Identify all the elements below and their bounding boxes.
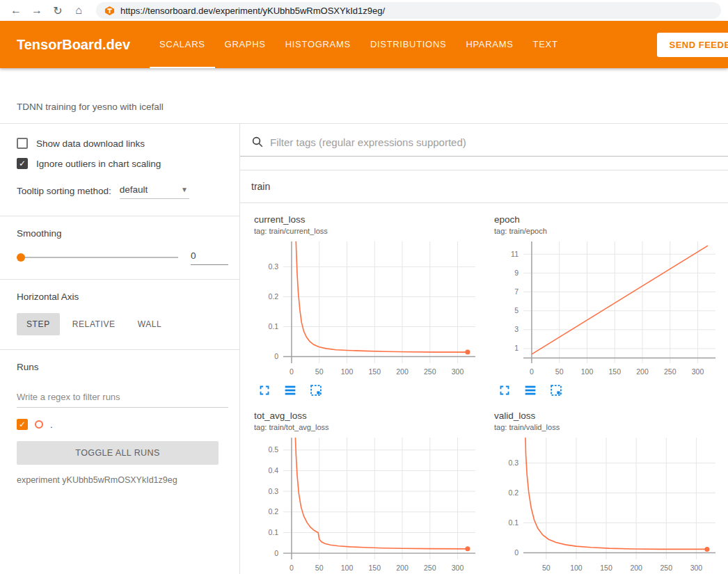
run-row[interactable]: ✓ . <box>17 419 228 430</box>
svg-text:300: 300 <box>690 564 703 572</box>
tab-scalars[interactable]: SCALARS <box>150 21 215 68</box>
show-download-links-row[interactable]: Show data download links <box>17 138 228 149</box>
svg-text:250: 250 <box>424 367 436 376</box>
axis-wall-button[interactable]: WALL <box>128 313 172 335</box>
svg-text:250: 250 <box>660 564 673 572</box>
tab-hparams[interactable]: HPARAMS <box>456 21 523 68</box>
tooltip-sorting-label: Tooltip sorting method: <box>17 186 111 196</box>
svg-text:250: 250 <box>664 367 676 376</box>
tab-distributions[interactable]: DISTRIBUTIONS <box>361 21 457 68</box>
chevron-down-icon: ▼ <box>181 186 188 193</box>
browser-toolbar: ← → ↻ ⌂ https://tensorboard.dev/experime… <box>0 0 728 21</box>
forward-icon[interactable]: → <box>28 1 46 19</box>
reload-icon[interactable]: ↻ <box>49 1 67 19</box>
tab-graphs[interactable]: GRAPHS <box>215 21 276 68</box>
svg-text:150: 150 <box>608 367 621 376</box>
toggle-all-runs-button[interactable]: TOGGLE ALL RUNS <box>17 441 219 465</box>
chart-card-epoch: epoch tag: train/epoch 13579110501001502… <box>489 214 728 406</box>
svg-text:0.3: 0.3 <box>268 262 278 271</box>
svg-text:0.2: 0.2 <box>268 507 278 516</box>
data-table-icon[interactable] <box>283 383 298 398</box>
charts-grid: current_loss tag: train/current_loss 00.… <box>240 203 728 574</box>
tab-histograms[interactable]: HISTOGRAMS <box>276 21 361 68</box>
smoothing-slider[interactable] <box>17 257 178 258</box>
chart-card-tot-avg-loss: tot_avg_loss tag: train/tot_avg_loss 00.… <box>248 410 489 574</box>
svg-text:0.5: 0.5 <box>268 445 278 454</box>
epoch-chart[interactable]: 1357911050100150200250300 <box>489 238 720 381</box>
chart-card-valid-loss: valid_loss tag: train/valid_loss 00.10.2… <box>489 410 728 574</box>
chart-title: epoch <box>489 214 728 225</box>
chart-title: tot_avg_loss <box>248 410 489 421</box>
tooltip-sorting-value: default <box>120 184 148 195</box>
ignore-outliers-checkbox[interactable]: ✓ <box>17 158 28 169</box>
data-table-icon[interactable] <box>523 383 538 398</box>
site-favicon <box>104 6 115 16</box>
fit-domain-icon[interactable] <box>308 383 324 398</box>
filter-tags-input[interactable] <box>270 136 717 148</box>
svg-text:0.3: 0.3 <box>268 487 278 495</box>
svg-text:7: 7 <box>514 287 519 296</box>
smoothing-label: Smoothing <box>17 228 228 239</box>
svg-text:0.2: 0.2 <box>508 488 519 497</box>
svg-text:200: 200 <box>636 367 649 376</box>
svg-text:200: 200 <box>396 564 409 572</box>
svg-text:100: 100 <box>341 564 354 572</box>
fullscreen-icon[interactable] <box>257 383 272 398</box>
svg-text:5: 5 <box>514 306 519 314</box>
svg-text:150: 150 <box>368 367 381 376</box>
experiment-id-note: experiment yKUbhb5wRmOSXYkId1z9eg <box>17 475 228 485</box>
run-checkbox[interactable]: ✓ <box>17 419 28 430</box>
run-color-swatch <box>35 420 43 429</box>
experiment-title: TDNN training for yesno with icefall <box>0 68 728 124</box>
svg-text:300: 300 <box>692 367 704 376</box>
show-download-links-checkbox[interactable] <box>17 138 28 149</box>
svg-text:100: 100 <box>570 564 583 572</box>
svg-text:0: 0 <box>290 564 294 572</box>
chart-tag: tag: train/epoch <box>489 227 728 235</box>
svg-text:150: 150 <box>600 564 612 572</box>
fullscreen-icon[interactable] <box>497 383 512 398</box>
chart-tag: tag: train/valid_loss <box>489 423 728 431</box>
svg-text:200: 200 <box>630 564 642 572</box>
nav-tabs: SCALARS GRAPHS HISTOGRAMS DISTRIBUTIONS … <box>150 21 568 68</box>
runs-filter-input[interactable] <box>17 386 228 408</box>
svg-text:50: 50 <box>555 367 564 376</box>
ignore-outliers-row[interactable]: ✓ Ignore outliers in chart scaling <box>17 158 228 169</box>
smoothing-value-field[interactable]: 0 <box>191 250 228 265</box>
ignore-outliers-label: Ignore outliers in chart scaling <box>36 159 161 169</box>
valid-loss-chart[interactable]: 00.10.20.350100150200250300 <box>489 434 720 574</box>
tooltip-sorting-dropdown[interactable]: default ▼ <box>120 183 189 199</box>
run-name: . <box>50 420 53 430</box>
scalars-main-panel: train current_loss tag: train/current_lo… <box>240 124 728 574</box>
send-feedback-button[interactable]: SEND FEEDBACK <box>657 33 728 57</box>
train-group-header[interactable]: train <box>240 170 728 203</box>
home-icon[interactable]: ⌂ <box>70 1 88 19</box>
back-icon[interactable]: ← <box>7 1 25 19</box>
svg-text:300: 300 <box>452 564 464 572</box>
axis-step-button[interactable]: STEP <box>17 313 60 335</box>
svg-text:250: 250 <box>424 564 436 572</box>
svg-text:11: 11 <box>511 250 519 258</box>
chart-tag: tag: train/tot_avg_loss <box>248 423 489 431</box>
show-download-links-label: Show data download links <box>36 138 145 149</box>
smoothing-slider-thumb[interactable] <box>17 253 25 262</box>
tab-text[interactable]: TEXT <box>523 21 568 68</box>
axis-relative-button[interactable]: RELATIVE <box>63 313 125 335</box>
svg-text:100: 100 <box>581 367 594 376</box>
train-group-card: train current_loss tag: train/current_lo… <box>240 170 728 574</box>
fit-domain-icon[interactable] <box>548 383 564 398</box>
svg-text:0: 0 <box>530 367 534 376</box>
tot-avg-loss-chart[interactable]: 00.10.20.30.40.5050100150200250300 <box>248 434 480 574</box>
settings-sidebar: Show data download links ✓ Ignore outlie… <box>0 124 240 574</box>
url-text: https://tensorboard.dev/experiment/yKUbh… <box>120 6 385 16</box>
chart-tag: tag: train/current_loss <box>248 227 489 235</box>
chart-card-current-loss: current_loss tag: train/current_loss 00.… <box>248 214 489 406</box>
horizontal-axis-label: Horizontal Axis <box>17 292 228 302</box>
search-icon <box>251 136 264 148</box>
svg-text:150: 150 <box>368 564 381 572</box>
runs-label: Runs <box>17 362 228 372</box>
svg-text:0.1: 0.1 <box>268 322 278 330</box>
address-bar[interactable]: https://tensorboard.dev/experiment/yKUbh… <box>96 2 721 19</box>
current-loss-chart[interactable]: 00.10.20.3050100150200250300 <box>248 238 480 381</box>
svg-text:300: 300 <box>452 367 464 376</box>
